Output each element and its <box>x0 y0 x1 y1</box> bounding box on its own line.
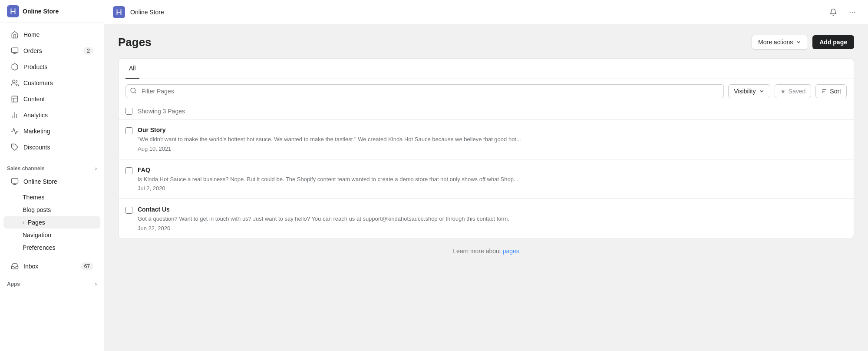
products-icon <box>10 63 19 71</box>
sidebar-item-home[interactable]: Home <box>3 27 100 43</box>
sidebar-item-inbox[interactable]: Inbox 67 <box>3 258 100 274</box>
sidebar-logo <box>7 5 19 17</box>
sidebar-item-discounts-label: Discounts <box>23 144 93 151</box>
sidebar-item-inbox-label: Inbox <box>23 263 76 270</box>
list-header: Showing 3 Pages <box>119 103 854 119</box>
sidebar-item-analytics[interactable]: Analytics <box>3 107 100 123</box>
add-page-button[interactable]: Add page <box>812 35 854 49</box>
blog-posts-label: Blog posts <box>23 206 51 213</box>
sidebar-item-products-label: Products <box>23 63 93 70</box>
bell-icon[interactable] <box>826 5 840 19</box>
page-item-excerpt-contact-us: Got a question? Want to get in touch wit… <box>138 215 847 223</box>
svg-line-18 <box>135 92 136 93</box>
search-icon <box>130 87 137 96</box>
svg-rect-0 <box>12 48 18 53</box>
main-area: Online Store Pages More actions Add page <box>104 0 868 351</box>
sort-icon <box>821 88 827 94</box>
sidebar-item-online-store[interactable]: Online Store <box>3 174 100 189</box>
analytics-icon <box>10 111 19 119</box>
page-item-content-our-story: Our Story "We didn't want to make the wo… <box>138 126 847 152</box>
sidebar-item-content-label: Content <box>23 96 93 103</box>
page-header: Pages More actions Add page <box>118 35 854 50</box>
sidebar-item-orders-label: Orders <box>23 47 79 54</box>
apps-section: Apps › <box>0 276 104 289</box>
pages-card: All Visibility ★ Saved <box>118 58 854 239</box>
sales-channels-section: Sales channels › <box>0 160 104 173</box>
select-all-checkbox[interactable] <box>125 108 132 115</box>
topbar-logo <box>113 6 125 18</box>
sidebar-item-products[interactable]: Products <box>3 59 100 75</box>
item-checkbox-contact-us[interactable] <box>125 207 132 214</box>
topbar-store-name: Online Store <box>130 9 164 16</box>
header-actions: More actions Add page <box>752 35 854 50</box>
more-actions-button[interactable]: More actions <box>752 35 808 50</box>
tab-all[interactable]: All <box>125 59 139 79</box>
sales-channels-label: Sales channels <box>7 166 45 172</box>
sidebar-item-online-store-label: Online Store <box>23 178 93 185</box>
list-item[interactable]: Contact Us Got a question? Want to get i… <box>119 199 854 238</box>
item-checkbox-faq[interactable] <box>125 167 132 174</box>
sidebar-item-themes[interactable]: Themes <box>3 191 100 203</box>
saved-label: Saved <box>789 88 806 95</box>
page-item-title-our-story: Our Story <box>138 126 847 133</box>
ellipsis-icon[interactable] <box>845 5 859 19</box>
sidebar-item-orders[interactable]: Orders 2 <box>3 43 100 59</box>
sidebar-item-content[interactable]: Content <box>3 91 100 107</box>
sort-button[interactable]: Sort <box>815 84 847 98</box>
sidebar: Online Store Home Orders 2 Products <box>0 0 104 351</box>
footer-learn-link[interactable]: pages <box>503 248 519 255</box>
sidebar-item-marketing-label: Marketing <box>23 128 93 135</box>
more-actions-label: More actions <box>758 39 793 46</box>
discounts-icon <box>10 143 19 152</box>
page-item-title-contact-us: Contact Us <box>138 206 847 213</box>
svg-point-3 <box>13 80 15 83</box>
list-item[interactable]: FAQ Is Kinda Hot Sauce a real business? … <box>119 159 854 199</box>
toolbar: Visibility ★ Saved Sort <box>119 79 854 103</box>
sidebar-header: Online Store <box>0 0 104 23</box>
sidebar-item-preferences[interactable]: Preferences <box>3 242 100 254</box>
showing-text: Showing 3 Pages <box>138 108 185 115</box>
saved-button[interactable]: ★ Saved <box>775 84 812 98</box>
page-content: Pages More actions Add page All <box>104 24 868 351</box>
chevron-down-icon <box>795 39 802 45</box>
page-item-excerpt-our-story: "We didn't want to make the world's hott… <box>138 135 847 144</box>
page-item-title-faq: FAQ <box>138 166 847 173</box>
search-wrap <box>125 84 724 98</box>
sort-label: Sort <box>830 88 841 95</box>
sidebar-item-customers-label: Customers <box>23 79 93 86</box>
topbar: Online Store <box>104 0 868 24</box>
svg-point-16 <box>854 11 855 12</box>
sidebar-nav: Home Orders 2 Products Customers <box>0 23 104 292</box>
apps-chevron: › <box>95 281 97 287</box>
pages-arrow-icon: › <box>23 219 24 225</box>
item-checkbox-our-story[interactable] <box>125 127 132 134</box>
svg-rect-11 <box>12 179 18 183</box>
marketing-icon <box>10 127 19 136</box>
sidebar-item-customers[interactable]: Customers <box>3 75 100 91</box>
sidebar-item-discounts[interactable]: Discounts <box>3 139 100 155</box>
visibility-button[interactable]: Visibility <box>728 84 770 98</box>
svg-point-15 <box>852 11 853 12</box>
tabs-bar: All <box>119 59 854 79</box>
sidebar-sub-nav: Themes Blog posts › Pages Navigation Pre… <box>0 190 104 255</box>
inbox-badge: 67 <box>81 262 93 270</box>
page-item-date-faq: Jul 2, 2020 <box>138 185 847 192</box>
sidebar-item-marketing[interactable]: Marketing <box>3 123 100 139</box>
footer-learn-text: Learn more about <box>453 248 502 255</box>
sales-channels-chevron: › <box>95 166 97 172</box>
footer-learn: Learn more about pages <box>118 239 854 263</box>
visibility-label: Visibility <box>734 88 756 95</box>
customers-icon <box>10 79 19 87</box>
page-item-excerpt-faq: Is Kinda Hot Sauce a real business? Nope… <box>138 175 847 184</box>
themes-label: Themes <box>23 194 45 201</box>
sidebar-item-navigation[interactable]: Navigation <box>3 229 100 241</box>
list-item[interactable]: Our Story "We didn't want to make the wo… <box>119 119 854 159</box>
sidebar-item-pages[interactable]: › Pages <box>3 216 100 228</box>
page-item-content-faq: FAQ Is Kinda Hot Sauce a real business? … <box>138 166 847 192</box>
sidebar-item-analytics-label: Analytics <box>23 112 93 119</box>
sidebar-item-blog-posts[interactable]: Blog posts <box>3 204 100 216</box>
search-input[interactable] <box>125 84 724 98</box>
page-list: Our Story "We didn't want to make the wo… <box>119 119 854 238</box>
visibility-chevron-icon <box>759 88 765 94</box>
star-icon: ★ <box>780 88 786 95</box>
